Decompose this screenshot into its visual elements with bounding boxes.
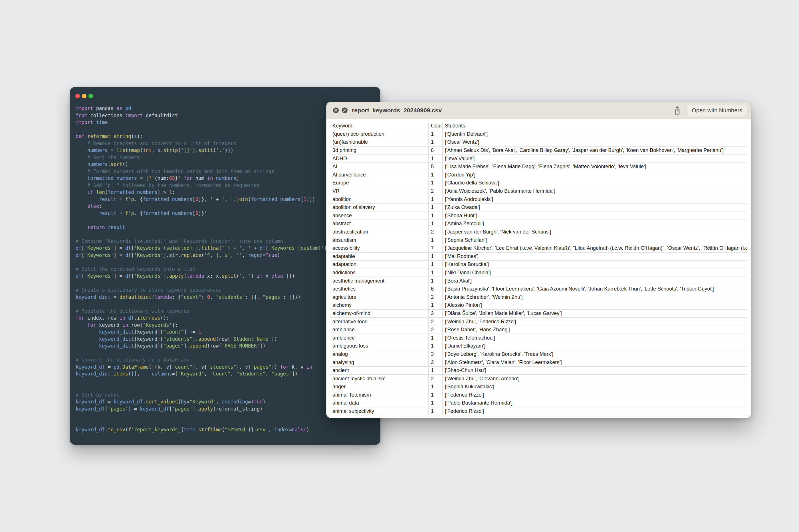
cell-students: ['Gordon Yip']	[442, 171, 747, 179]
csv-content: Keyword Count Students (queer) eco-produ…	[326, 119, 751, 418]
cell-count: 1	[429, 277, 442, 285]
cell-students: ['Boye Leborg', 'Karolina Borucka', 'Tre…	[442, 350, 747, 358]
cell-count: 1	[429, 391, 442, 399]
close-icon[interactable]	[333, 107, 339, 113]
table-row: aesthetic management 1 ['Bora Akal']	[330, 277, 747, 285]
cell-students: ['Bora Akal']	[442, 277, 747, 285]
cell-students: ['Weimin Zhu', 'Federico Rizzo']	[442, 318, 747, 326]
cell-keyword: alternative food	[330, 318, 429, 326]
close-window-button[interactable]	[75, 94, 80, 98]
cell-keyword: absence	[330, 212, 429, 220]
cell-count: 1	[429, 301, 442, 310]
cell-students: ['Mai Rodtnes']	[442, 252, 747, 261]
table-row: (queer) eco-production 1 ['Quentin Delva…	[330, 130, 747, 138]
cell-keyword: agriculture	[330, 293, 429, 301]
cell-count: 1	[429, 138, 442, 147]
cell-students: ['Alon Steinmetz', 'Clara Malan', 'Floor…	[442, 358, 747, 367]
cell-keyword: abstract	[330, 220, 429, 228]
table-row: 3d printing 6 ['Ahmet Selcuk Dis', 'Bora…	[330, 146, 747, 154]
cell-keyword: ambiance	[330, 326, 429, 334]
cell-keyword: addictions	[330, 269, 429, 277]
cell-count: 1	[429, 252, 442, 261]
cell-count: 6	[429, 146, 442, 154]
cell-students: ['Federico Rizzo']	[442, 407, 747, 415]
cell-keyword: abolition of slavery	[330, 203, 429, 212]
cell-students: ['Claudio della Schiava']	[442, 179, 747, 187]
table-row: ADHD 1 ['Ieva Valule']	[330, 154, 747, 163]
cell-count: 1	[429, 195, 442, 204]
cell-students: ['Sophia Schullan']	[442, 236, 747, 244]
minimize-window-button[interactable]	[82, 94, 87, 98]
table-row: animal Totemism 1 ['Federico Rizzo']	[330, 391, 747, 399]
cancel-icon[interactable]	[342, 107, 348, 113]
cell-count: 1	[429, 212, 442, 220]
table-row: absurdism 1 ['Sophia Schullan']	[330, 236, 747, 244]
cell-students: ['Ieva Valule']	[442, 154, 747, 163]
cell-keyword: ancient mystic ritualism	[330, 375, 429, 383]
cell-keyword: 3d printing	[330, 146, 429, 154]
cell-students: ['Rose Daher', 'Hans Zhang']	[442, 326, 747, 334]
table-row: AI surveillance 1 ['Gordon Yip']	[330, 171, 747, 179]
table-row: ancient 1 ['Shao-Chun Hsu']	[330, 366, 747, 375]
table-row: alchemy 1 ['Alessio Pinton']	[330, 301, 747, 310]
cell-keyword: alchemy	[330, 301, 429, 310]
zoom-window-button[interactable]	[89, 94, 93, 98]
cell-students: ['Sophia Kukuwitakis']	[442, 383, 747, 391]
cell-keyword: abolition	[330, 195, 429, 204]
cell-keyword: (queer) eco-production	[330, 130, 429, 138]
cell-keyword: aesthetics	[330, 285, 429, 293]
cell-keyword: animal subjectivity	[330, 407, 429, 415]
cell-count: 2	[429, 293, 442, 301]
cell-keyword: analog	[330, 350, 429, 358]
cell-count: 7	[429, 244, 442, 252]
cell-students: ['Daniel Elkayam']	[442, 342, 747, 350]
cell-students: ['Amina Zemouli']	[442, 220, 747, 228]
code-line	[76, 419, 378, 426]
cell-students: ['Diāna Šulce', 'Jolien Marie Müller', '…	[442, 309, 747, 318]
table-row: ancient mystic ritualism 2 ['Weimin Zhu'…	[330, 375, 747, 383]
csv-table: Keyword Count Students (queer) eco-produ…	[330, 122, 747, 415]
desktop: { "page": { "background": "#e8eaec" }, "…	[0, 0, 799, 532]
table-row: agriculture 2 ['Antonia Schreiber', 'Wei…	[330, 293, 747, 301]
cell-keyword: anger	[330, 383, 429, 391]
cell-students: ['Shona Hunt']	[442, 212, 747, 220]
table-row: anger 1 ['Sophia Kukuwitakis']	[330, 383, 747, 391]
cell-count: 3	[429, 358, 442, 367]
table-row: analysing 3 ['Alon Steinmetz', 'Clara Ma…	[330, 358, 747, 367]
cell-students: ['Yannis Androulakis']	[442, 195, 747, 204]
cell-students: ['Federico Rizzo']	[442, 391, 747, 399]
cell-count: 2	[429, 228, 442, 236]
open-with-numbers-button[interactable]: Open with Numbers	[687, 104, 747, 116]
cell-students: ['Ania Wojcieszek', 'Pablo Bustamante He…	[442, 187, 747, 195]
cell-students: ['Jasper van der Burgh', 'Niek van der S…	[442, 228, 747, 236]
table-row: abstract 1 ['Amina Zemouli']	[330, 220, 747, 228]
cell-students: ['Basia Pruszynska', 'Floor Leermakers',…	[442, 285, 747, 293]
cell-count: 3	[429, 309, 442, 318]
cell-students: ['Oscar Wentz']	[442, 138, 747, 147]
cell-count: 1	[429, 334, 442, 342]
csv-preview-window: report_keywords_20240909.csv Open with N…	[326, 102, 751, 418]
share-icon[interactable]	[673, 106, 681, 115]
cell-keyword: aesthetic management	[330, 277, 429, 285]
cell-count: 1	[429, 399, 442, 407]
table-row: (un)fashionable 1 ['Oscar Wentz']	[330, 138, 747, 147]
table-row: ambiance 2 ['Rose Daher', 'Hans Zhang']	[330, 326, 747, 334]
table-row: accessibility 7 ['Jacqueline Kärcher', '…	[330, 244, 747, 252]
column-header-students: Students	[442, 122, 747, 130]
cell-students: ['Antonia Schreiber', 'Weimin Zhu']	[442, 293, 747, 301]
cell-keyword: AI	[330, 163, 429, 171]
cell-count: 1	[429, 269, 442, 277]
cell-keyword: analysing	[330, 358, 429, 367]
cell-students: ['Pablo Bustamante Hermida']	[442, 399, 747, 407]
cell-students: ['Jacqueline Kärcher', 'Lee Ehrat (i.c.w…	[442, 244, 747, 252]
table-row: absence 1 ['Shona Hunt']	[330, 212, 747, 220]
cell-keyword: ancient	[330, 366, 429, 375]
code-line: keyword_df.to_csv(f'report_keywords_{tim…	[76, 426, 378, 433]
cell-students: ['Ahmet Selcuk Dis', 'Bora Akal', 'Carol…	[442, 146, 747, 154]
cell-keyword: ADHD	[330, 154, 429, 163]
cell-students: ['Alessio Pinton']	[442, 301, 747, 310]
table-row: AI 5 ['Lisa Marie Frehse', 'Elena Marie …	[330, 163, 747, 171]
cell-keyword: Europe	[330, 179, 429, 187]
cell-count: 1	[429, 130, 442, 138]
cell-count: 1	[429, 261, 442, 269]
